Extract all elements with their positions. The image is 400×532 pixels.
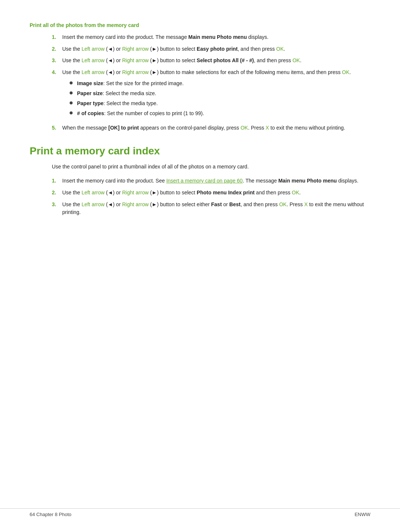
section2-intro: Use the control panel to print a thumbna… xyxy=(52,163,370,171)
s2-step-3-num: 3. xyxy=(52,201,62,217)
step-5-num: 5. xyxy=(52,124,62,132)
bullet-icon xyxy=(70,111,73,114)
section1-steps: 1. Insert the memory card into the produ… xyxy=(52,33,370,132)
sublist-item-copies-text: # of copies: Set the number of copies to… xyxy=(77,110,204,117)
left-arrow-link-5: Left arrow xyxy=(81,201,104,207)
ok-4: OK xyxy=(240,125,248,131)
right-arrow-link-3: Right arrow xyxy=(122,69,149,75)
s2-step-1: 1. Insert the memory card into the produ… xyxy=(52,177,370,185)
section1-heading: Print all of the photos from the memory … xyxy=(30,22,370,28)
section2-steps: 1. Insert the memory card into the produ… xyxy=(52,177,370,217)
ok-2: OK xyxy=(293,57,300,63)
right-arrow-link-4: Right arrow xyxy=(122,190,149,195)
s2-step-3: 3. Use the Left arrow (◄) or Right arrow… xyxy=(52,201,370,217)
s2-step-2: 2. Use the Left arrow (◄) or Right arrow… xyxy=(52,189,370,197)
right-arrow-link-2: Right arrow xyxy=(122,57,149,63)
right-arrow-link-5: Right arrow xyxy=(122,201,149,207)
ok-5: OK xyxy=(292,190,299,195)
insert-memory-card-link[interactable]: Insert a memory card on page 60 xyxy=(166,178,243,184)
s2-step-1-content: Insert the memory card into the product.… xyxy=(62,177,370,185)
step-3-content: Use the Left arrow (◄) or Right arrow (►… xyxy=(62,57,370,65)
sublist-item-paper-type: Paper type: Select the media type. xyxy=(70,100,370,107)
step-2-num: 2. xyxy=(52,45,62,53)
step-3: 3. Use the Left arrow (◄) or Right arrow… xyxy=(52,57,370,65)
ok-6: OK xyxy=(279,201,287,207)
bullet-icon xyxy=(70,81,73,84)
footer-left: 64 Chapter 8 Photo xyxy=(30,512,71,517)
left-arrow-link-2: Left arrow xyxy=(81,57,104,63)
s2-step-2-content: Use the Left arrow (◄) or Right arrow (►… xyxy=(62,189,370,197)
bullet-icon xyxy=(70,101,73,104)
x-1: X xyxy=(266,125,269,131)
step-4: 4. Use the Left arrow (◄) or Right arrow… xyxy=(52,68,370,120)
step-4-sublist: Image size: Set the size for the printed… xyxy=(70,80,370,117)
sublist-item-copies: # of copies: Set the number of copies to… xyxy=(70,110,370,117)
step-1-num: 1. xyxy=(52,33,62,41)
bullet-icon xyxy=(70,91,73,94)
step-1-content: Insert the memory card into the product.… xyxy=(62,33,370,41)
sublist-item-paper-size: Paper size: Select the media size. xyxy=(70,90,370,97)
sublist-item-paper-size-text: Paper size: Select the media size. xyxy=(77,90,156,97)
sublist-item-image-size-text: Image size: Set the size for the printed… xyxy=(77,80,184,87)
x-2: X xyxy=(304,201,307,207)
right-arrow-link-1: Right arrow xyxy=(122,46,149,52)
step-5: 5. When the message [OK] to print appear… xyxy=(52,124,370,132)
step-4-content: Use the Left arrow (◄) or Right arrow (►… xyxy=(62,68,370,120)
left-arrow-link-4: Left arrow xyxy=(81,190,104,195)
left-arrow-link-3: Left arrow xyxy=(81,69,104,75)
page-footer: 64 Chapter 8 Photo ENWW xyxy=(0,508,400,517)
step-2-content: Use the Left arrow (◄) or Right arrow (►… xyxy=(62,45,370,53)
step-2: 2. Use the Left arrow (◄) or Right arrow… xyxy=(52,45,370,53)
s2-step-1-num: 1. xyxy=(52,177,62,185)
step-1: 1. Insert the memory card into the produ… xyxy=(52,33,370,41)
left-arrow-link-1: Left arrow xyxy=(81,46,104,52)
s2-step-2-num: 2. xyxy=(52,189,62,197)
step-3-num: 3. xyxy=(52,57,62,65)
ok-3: OK xyxy=(342,69,349,75)
sublist-item-image-size: Image size: Set the size for the printed… xyxy=(70,80,370,87)
ok-1: OK xyxy=(276,46,284,52)
step-4-num: 4. xyxy=(52,68,62,120)
section2-title: Print a memory card index xyxy=(30,145,370,157)
step-5-content: When the message [OK] to print appears o… xyxy=(62,124,370,132)
sublist-item-paper-type-text: Paper type: Select the media type. xyxy=(77,100,158,107)
footer-right: ENWW xyxy=(354,512,370,517)
s2-step-3-content: Use the Left arrow (◄) or Right arrow (►… xyxy=(62,201,370,217)
